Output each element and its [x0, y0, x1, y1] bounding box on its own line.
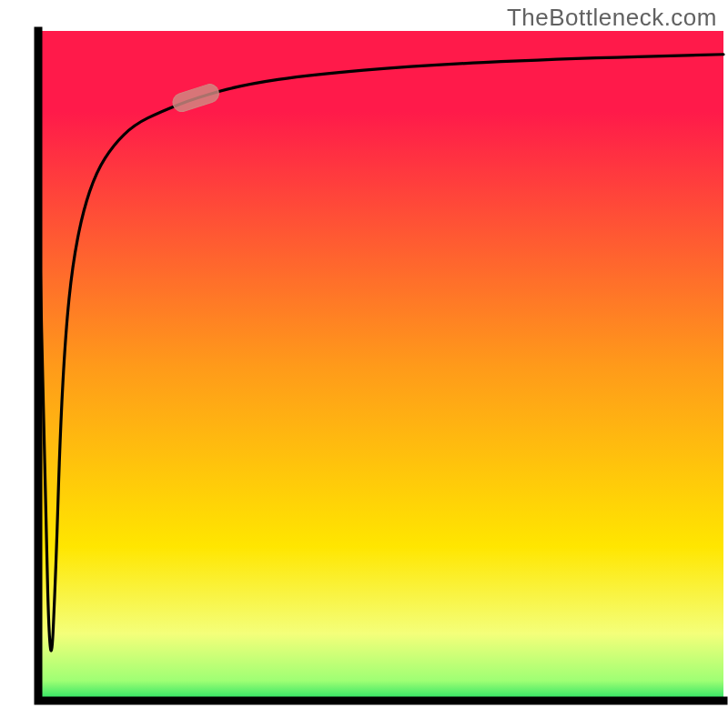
chart-frame: TheBottleneck.com	[0, 0, 728, 728]
watermark-text: TheBottleneck.com	[507, 4, 717, 32]
chart-svg	[0, 0, 728, 728]
plot-background	[38, 31, 723, 701]
